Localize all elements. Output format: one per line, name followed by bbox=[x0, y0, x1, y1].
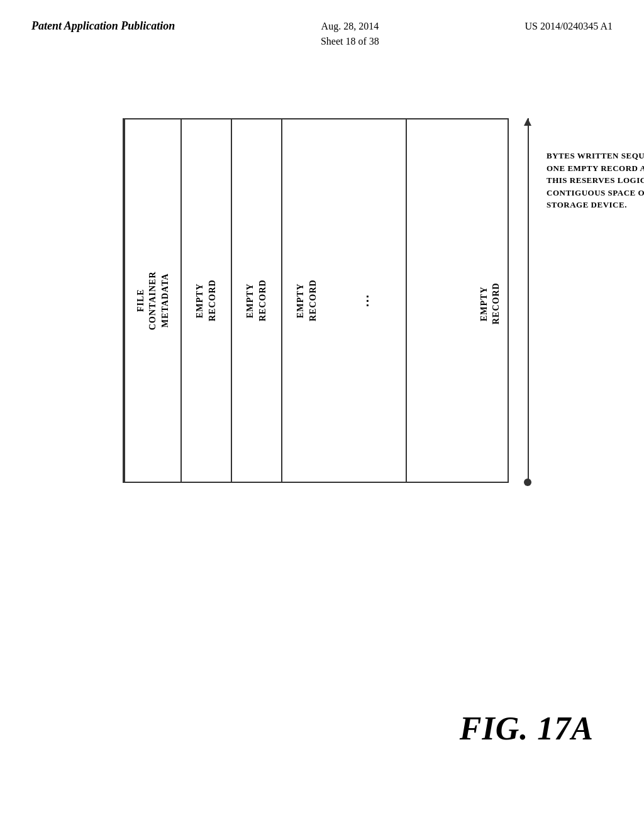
page-header: Patent Application Publication Aug. 28, … bbox=[0, 0, 644, 55]
empty-record-cell-1: EMPTYRECORD bbox=[180, 119, 231, 482]
figure-label: FIG. 17A bbox=[460, 710, 594, 747]
arrow-head bbox=[524, 118, 531, 126]
annotation-text: BYTES WRITTEN SEQUENTIALLY, ONE EMPTY RE… bbox=[547, 150, 644, 211]
arrow-line bbox=[528, 118, 529, 483]
file-container-cell: FILECONTAINERMETADATA bbox=[124, 119, 180, 482]
empty-record-cell-3: EMPTYRECORD bbox=[281, 119, 331, 482]
diagram-area: FILECONTAINERMETADATA EMPTYRECORD EMPTYR… bbox=[123, 118, 521, 483]
publication-date-sheet: Aug. 28, 2014 Sheet 18 of 38 bbox=[321, 19, 379, 49]
ellipsis-cell: ⋮ bbox=[331, 119, 407, 482]
empty-record-cell-2: EMPTYRECORD bbox=[231, 119, 281, 482]
main-content: FILECONTAINERMETADATA EMPTYRECORD EMPTYR… bbox=[0, 55, 644, 810]
publication-title: Patent Application Publication bbox=[31, 19, 175, 33]
empty-record-cell-top: EMPTYRECORD bbox=[407, 119, 508, 482]
record-table: FILECONTAINERMETADATA EMPTYRECORD EMPTYR… bbox=[123, 118, 509, 483]
arrow-tail-dot bbox=[524, 479, 531, 486]
publication-number: US 2014/0240345 A1 bbox=[525, 19, 613, 34]
